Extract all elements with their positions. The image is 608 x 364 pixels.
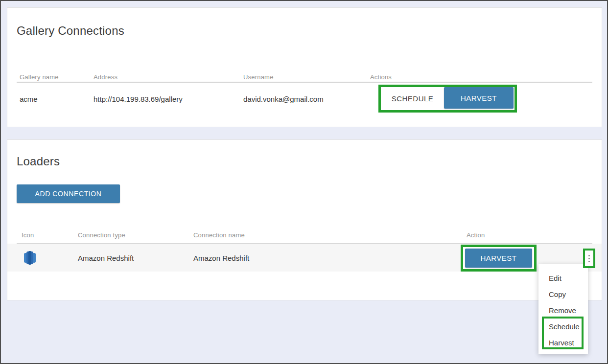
address-cell: http://104.199.83.69/gallery (94, 95, 183, 103)
gallery-connections-title: Gallery Connections (17, 24, 124, 38)
highlight-box-harvest: HARVEST (461, 245, 537, 272)
gallery-name-cell: acme (20, 95, 38, 103)
menu-item-harvest[interactable]: Harvest (538, 335, 588, 351)
column-header-address: Address (94, 73, 117, 81)
loaders-title: Loaders (17, 155, 60, 168)
page: { "gallery_connections": { "title": "Gal… (0, 0, 608, 364)
column-header-connection-type: Connection type (78, 231, 125, 239)
harvest-button[interactable]: HARVEST (444, 87, 514, 109)
add-connection-button[interactable]: ADD CONNECTION (17, 184, 120, 203)
kebab-menu-button[interactable] (585, 250, 593, 266)
username-cell: david.vonka@gmail.com (243, 95, 324, 103)
kebab-icon (588, 258, 590, 259)
column-header-connection-name: Connection name (193, 231, 245, 239)
column-header-actions: Actions (370, 73, 392, 81)
schedule-button[interactable]: SCHEDULE (381, 87, 444, 110)
table-header-divider (17, 82, 592, 83)
row-harvest-button[interactable]: HARVEST (465, 249, 532, 268)
menu-item-remove[interactable]: Remove (538, 302, 588, 318)
column-header-gallery-name: Gallery name (20, 73, 59, 81)
loaders-panel: Loaders ADD CONNECTION Icon Connection t… (7, 139, 602, 300)
column-header-action: Action (467, 231, 485, 239)
amazon-redshift-icon (23, 251, 36, 265)
menu-item-edit[interactable]: Edit (538, 270, 588, 286)
column-header-icon: Icon (22, 231, 34, 239)
column-header-username: Username (243, 73, 274, 81)
connection-type-cell: Amazon Redshift (78, 254, 134, 262)
connection-name-cell: Amazon Redshift (193, 254, 249, 262)
highlight-box-kebab (583, 249, 595, 268)
context-menu: Edit Copy Remove Schedule Harvest (538, 264, 588, 354)
menu-item-schedule[interactable]: Schedule (538, 318, 588, 335)
menu-item-copy[interactable]: Copy (538, 286, 588, 302)
highlight-box-actions: SCHEDULE HARVEST (378, 85, 517, 113)
gallery-connections-panel: Gallery Connections Gallery name Address… (7, 7, 602, 127)
